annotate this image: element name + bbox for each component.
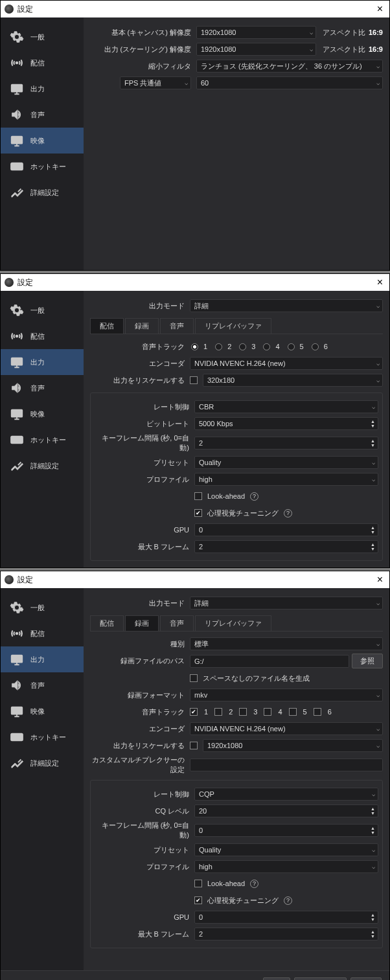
tab-0[interactable]: 配信 [90,318,124,334]
output-res-combo[interactable]: 1920x1080⌵ [196,43,316,56]
preset-combo[interactable]: Quality⌵ [194,456,378,469]
bitrate-spin[interactable]: 5000 Kbps▲▼ [194,417,378,430]
sidebar-item-hotkeys[interactable]: ホットキー [1,724,84,750]
ok-button[interactable]: OK [263,977,290,980]
lookahead-checkbox[interactable] [194,880,202,887]
output-mode-combo[interactable]: 詳細⌵ [190,299,383,312]
track-check-5[interactable] [289,708,297,716]
downscale-filter-combo[interactable]: ランチョス (先鋭化スケーリング、 36 のサンプル)⌵ [196,60,383,73]
sidebar-item-advanced[interactable]: 詳細設定 [1,453,84,479]
track-check-3[interactable] [239,708,247,716]
tab-2[interactable]: 音声 [160,318,194,334]
tab-0[interactable]: 配信 [90,615,124,631]
sidebar-item-output[interactable]: 出力 [1,349,84,375]
profile-combo[interactable]: high⌵ [194,473,378,486]
help-icon[interactable]: ? [284,896,292,905]
sidebar-item-video[interactable]: 映像 [1,401,84,427]
audio-icon [10,381,24,395]
sidebar-item-audio[interactable]: 音声 [1,375,84,401]
track-radio-4[interactable] [263,343,270,350]
spin-buttons[interactable]: ▲▼ [371,928,375,940]
sidebar-item-advanced[interactable]: 詳細設定 [1,750,84,776]
browse-button[interactable]: 参照 [352,654,383,668]
cancel-button[interactable]: キャンセル [294,977,347,980]
track-radio-1[interactable] [191,343,198,350]
sidebar-item-general[interactable]: 一般 [1,297,84,323]
profile-combo[interactable]: high⌵ [194,860,378,873]
psycho-checkbox[interactable] [194,896,202,904]
spin-buttons[interactable]: ▲▼ [371,541,375,553]
help-icon[interactable]: ? [250,492,258,501]
sidebar-item-general[interactable]: 一般 [1,595,84,621]
record-format-combo[interactable]: mkv⌵ [190,689,383,701]
tab-1[interactable]: 録画 [125,318,159,334]
cq-spin[interactable]: 20▲▼ [194,804,378,817]
track-check-4[interactable] [264,708,271,716]
sidebar-item-label: 出力 [30,84,45,94]
gpu-spin[interactable]: 0▲▼ [194,911,378,924]
spin-buttons[interactable]: ▲▼ [371,805,375,817]
spin-buttons[interactable]: ▲▼ [371,437,375,449]
close-icon[interactable]: × [374,3,385,15]
sidebar-item-output[interactable]: 出力 [1,646,84,672]
fps-type-combo[interactable]: FPS 共通値⌵ [120,76,191,89]
encoder-combo[interactable]: NVIDIA NVENC H.264 (new)⌵ [190,357,383,370]
tab-2[interactable]: 音声 [160,615,194,631]
sidebar-item-audio[interactable]: 音声 [1,672,84,698]
rescale-checkbox[interactable] [190,376,198,384]
bframes-spin[interactable]: 2▲▼ [194,540,378,553]
sidebar-item-stream[interactable]: 配信 [1,621,84,646]
sidebar-item-stream[interactable]: 配信 [1,323,84,349]
spin-buttons[interactable]: ▲▼ [371,524,375,536]
record-type-combo[interactable]: 標準⌵ [190,637,383,650]
rescale-checkbox[interactable] [190,742,198,749]
rescale-combo: 1920x1080⌵ [203,739,383,752]
gpu-spin[interactable]: 0▲▼ [194,523,378,536]
mux-input[interactable] [190,758,383,771]
audio-track-checks[interactable]: 123456 [190,708,383,716]
bframes-spin[interactable]: 2▲▼ [194,928,378,940]
keyframe-spin[interactable]: 2▲▼ [194,437,378,450]
sidebar-item-video[interactable]: 映像 [1,128,84,154]
psycho-checkbox[interactable] [194,509,202,517]
apply-button[interactable]: 適用 [350,977,382,980]
track-radio-6[interactable] [312,343,319,350]
encoder-combo[interactable]: NVIDIA NVENC H.264 (new)⌵ [190,722,383,735]
sidebar-item-output[interactable]: 出力 [1,76,84,102]
preset-combo[interactable]: Quality⌵ [194,843,378,856]
titlebar: 設定 × [1,274,389,291]
track-check-6[interactable] [314,708,321,716]
lookahead-checkbox[interactable] [194,492,202,500]
sidebar-item-hotkeys[interactable]: ホットキー [1,427,84,453]
track-radio-3[interactable] [239,343,246,350]
close-icon[interactable]: × [374,574,385,586]
track-check-1[interactable] [190,708,198,716]
tab-1[interactable]: 録画 [125,615,159,631]
keyframe-spin[interactable]: 0▲▼ [194,824,378,837]
track-check-2[interactable] [214,708,222,716]
output-mode-combo[interactable]: 詳細⌵ [190,597,383,610]
help-icon[interactable]: ? [284,509,292,518]
sidebar-item-stream[interactable]: 配信 [1,50,84,76]
audio-track-radios[interactable]: 123456 [190,343,383,350]
sidebar-item-video[interactable]: 映像 [1,698,84,724]
spin-buttons[interactable]: ▲▼ [371,911,375,923]
spin-buttons[interactable]: ▲▼ [371,825,375,836]
track-radio-5[interactable] [288,343,295,350]
sidebar-item-advanced[interactable]: 詳細設定 [1,179,84,205]
tab-3[interactable]: リプレイバッファ [195,318,271,334]
record-path-input[interactable]: G:/ [190,655,349,668]
nospace-checkbox[interactable] [190,674,198,682]
sidebar-item-audio[interactable]: 音声 [1,102,84,128]
tab-3[interactable]: リプレイバッファ [195,615,271,631]
rate-control-combo[interactable]: CBR⌵ [194,400,378,413]
sidebar-item-general[interactable]: 一般 [1,24,84,50]
help-icon[interactable]: ? [250,880,258,888]
sidebar-item-hotkeys[interactable]: ホットキー [1,154,84,179]
spin-buttons[interactable]: ▲▼ [371,418,375,429]
close-icon[interactable]: × [374,277,385,288]
rate-control-combo[interactable]: CQP⌵ [194,788,378,801]
track-radio-2[interactable] [215,343,222,350]
fps-value-combo[interactable]: 60⌵ [196,76,383,89]
base-res-combo[interactable]: 1920x1080⌵ [196,26,316,39]
